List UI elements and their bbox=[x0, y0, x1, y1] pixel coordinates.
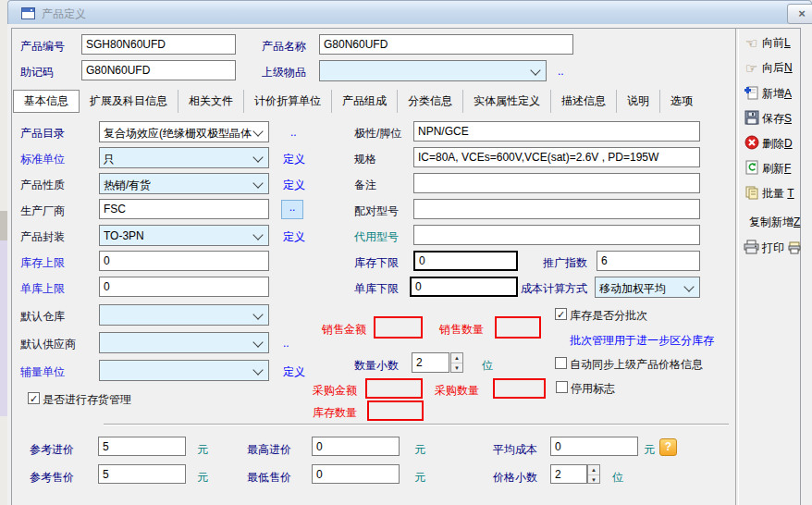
inventory-mgmt-checkbox[interactable] bbox=[28, 392, 40, 404]
ref-buy-input[interactable] bbox=[98, 437, 186, 456]
cost-method-combo[interactable]: 移动加权平均 bbox=[595, 277, 700, 298]
batch-checkbox[interactable] bbox=[555, 308, 567, 320]
tab-description[interactable]: 描述信息 bbox=[551, 90, 617, 113]
package-define-link[interactable]: 定义 bbox=[283, 229, 305, 245]
catalog-combo[interactable]: 复合场效应(绝缘栅双极型晶体管 bbox=[99, 121, 269, 142]
package-combo[interactable]: TO-3PN bbox=[99, 225, 269, 246]
std-unit-define-link[interactable]: 定义 bbox=[283, 152, 305, 167]
nav-back-button[interactable]: ☞向后N bbox=[744, 60, 793, 79]
remark-input[interactable] bbox=[413, 173, 700, 193]
supplier-label: 默认供应商 bbox=[20, 337, 76, 352]
tab-basic-info[interactable]: 基本信息 bbox=[13, 90, 80, 113]
print-button[interactable]: 打印 bbox=[744, 240, 806, 258]
qty-decimals-spinner[interactable]: ▲▼ bbox=[450, 352, 463, 373]
close-button[interactable]: × bbox=[787, 4, 812, 24]
std-unit-label: 标准单位 bbox=[20, 152, 65, 167]
spec-input[interactable] bbox=[413, 147, 700, 167]
refresh-button[interactable]: 刷新F bbox=[744, 160, 791, 179]
ref-sell-unit: 元 bbox=[197, 470, 208, 486]
substitute-model-input[interactable] bbox=[413, 225, 700, 245]
tab-product-composition[interactable]: 产品组成 bbox=[332, 90, 398, 113]
product-definition-screen: 产品定义 × 产品编号 产品名称 助记码 上级物品 .. 基本信息 扩展及科目信… bbox=[0, 0, 812, 505]
chevron-down-icon bbox=[252, 178, 263, 188]
polarity-input[interactable] bbox=[413, 121, 700, 142]
tab-related-files[interactable]: 相关文件 bbox=[178, 90, 244, 113]
spin-up-icon[interactable]: ▲ bbox=[451, 353, 462, 363]
aux-unit-combo[interactable] bbox=[99, 360, 269, 381]
max-buy-input[interactable] bbox=[312, 437, 400, 456]
aux-unit-define-link[interactable]: 定义 bbox=[283, 364, 305, 380]
delete-button[interactable]: 删除D bbox=[744, 135, 793, 154]
supplier-more-link[interactable]: .. bbox=[283, 337, 289, 350]
single-lower-input[interactable] bbox=[410, 277, 518, 297]
tab-classification[interactable]: 分类信息 bbox=[398, 90, 463, 113]
mnemonic-input[interactable] bbox=[81, 60, 236, 80]
product-no-input[interactable] bbox=[81, 34, 236, 55]
save-icon bbox=[744, 110, 759, 128]
nav-forward-button[interactable]: ☜向前L bbox=[744, 35, 791, 54]
chevron-down-icon bbox=[252, 152, 263, 162]
chevron-down-icon bbox=[530, 65, 540, 75]
chevron-down-icon bbox=[683, 281, 694, 291]
inventory-mgmt-label: 是否进行存货管理 bbox=[43, 392, 131, 408]
std-unit-value: 只 bbox=[104, 152, 252, 167]
avg-cost-input[interactable] bbox=[550, 437, 638, 456]
chevron-down-icon bbox=[252, 337, 263, 347]
save-button[interactable]: 保存S bbox=[744, 110, 792, 129]
batch-note: 批次管理用于进一步区分库存 bbox=[570, 333, 714, 349]
manufacturer-input[interactable] bbox=[99, 199, 269, 219]
spin-down-icon[interactable]: ▼ bbox=[588, 475, 599, 485]
copy-new-button[interactable]: 复制新增Z bbox=[749, 215, 800, 233]
catalog-label: 产品目录 bbox=[20, 126, 65, 142]
supplier-combo[interactable] bbox=[99, 332, 269, 353]
qty-decimals-input[interactable] bbox=[412, 352, 449, 373]
warehouse-combo[interactable] bbox=[99, 304, 269, 326]
max-buy-unit: 元 bbox=[414, 442, 425, 458]
paired-model-label: 配对型号 bbox=[354, 203, 399, 219]
batch-checkbox-label: 库存是否分批次 bbox=[570, 308, 647, 324]
nature-define-link[interactable]: 定义 bbox=[283, 178, 305, 193]
parent-item-combo[interactable] bbox=[319, 60, 547, 81]
mnemonic-label: 助记码 bbox=[20, 65, 54, 80]
catalog-more-link[interactable]: .. bbox=[290, 126, 297, 139]
tab-entity-attributes[interactable]: 实体属性定义 bbox=[463, 90, 551, 113]
qty-decimals-label: 数量小数 bbox=[354, 358, 399, 374]
add-new-button[interactable]: 新增A bbox=[744, 85, 792, 104]
parent-item-more-link[interactable]: .. bbox=[558, 65, 564, 78]
tab-pricing-units[interactable]: 计价折算单位 bbox=[244, 90, 332, 113]
stock-lower-label: 库存下限 bbox=[354, 255, 399, 271]
price-decimals-spinner[interactable]: ▲▼ bbox=[587, 464, 600, 484]
stock-qty-box bbox=[367, 400, 424, 421]
ref-sell-label: 参考售价 bbox=[30, 470, 74, 486]
ref-sell-input[interactable] bbox=[98, 464, 186, 484]
sync-checkbox[interactable] bbox=[555, 357, 567, 369]
tab-extended-info[interactable]: 扩展及科目信息 bbox=[80, 90, 178, 113]
single-upper-input[interactable] bbox=[99, 277, 269, 297]
stock-lower-input[interactable] bbox=[413, 251, 518, 271]
chevron-down-icon bbox=[252, 364, 263, 375]
avg-cost-unit: 元 bbox=[644, 442, 655, 458]
nature-combo[interactable]: 热销/有货 bbox=[99, 173, 269, 194]
purchase-qty-label: 采购数量 bbox=[435, 383, 479, 399]
help-icon[interactable]: ? bbox=[659, 438, 677, 456]
nature-value: 热销/有货 bbox=[104, 178, 252, 193]
spin-up-icon[interactable]: ▲ bbox=[588, 465, 599, 475]
std-unit-combo[interactable]: 只 bbox=[99, 147, 269, 168]
promo-index-input[interactable] bbox=[597, 251, 700, 271]
batch-button[interactable]: 批量 T bbox=[744, 185, 794, 203]
tab-options[interactable]: 选项 bbox=[660, 90, 703, 113]
min-sell-input[interactable] bbox=[312, 464, 400, 484]
product-name-input[interactable] bbox=[319, 34, 573, 55]
cost-method-value: 移动加权平均 bbox=[599, 281, 683, 297]
tab-notes[interactable]: 说明 bbox=[617, 90, 660, 113]
package-value: TO-3PN bbox=[104, 229, 252, 242]
spin-down-icon[interactable]: ▼ bbox=[451, 363, 462, 373]
stock-upper-input[interactable] bbox=[99, 251, 269, 271]
min-sell-unit: 元 bbox=[414, 470, 425, 486]
manufacturer-more-button[interactable]: .. bbox=[281, 200, 303, 219]
price-decimals-input[interactable] bbox=[550, 464, 587, 484]
single-lower-label: 单库下限 bbox=[354, 281, 399, 297]
paired-model-input[interactable] bbox=[413, 199, 700, 219]
ref-buy-label: 参考进价 bbox=[30, 442, 74, 458]
disable-flag-checkbox[interactable] bbox=[556, 381, 568, 393]
